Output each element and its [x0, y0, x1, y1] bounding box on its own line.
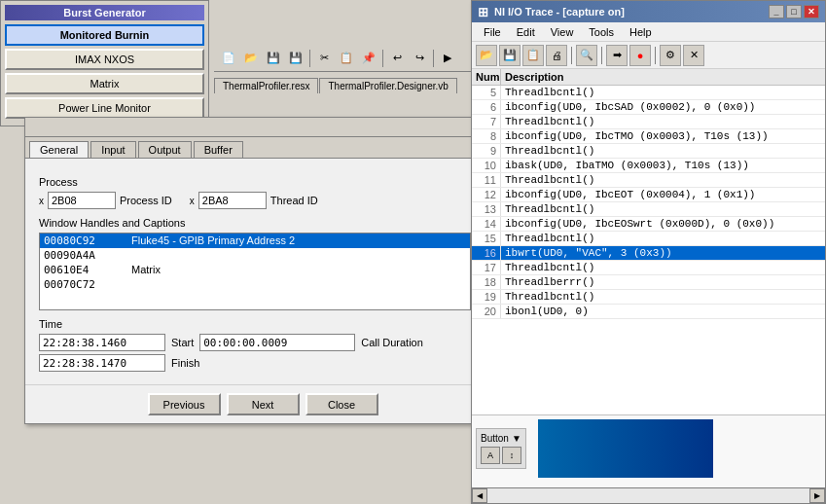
- ni-table-row-4[interactable]: 9Threadlbcntl(): [472, 144, 825, 159]
- scroll-left-arrow[interactable]: ◀: [472, 488, 487, 503]
- handle-caption-1: [131, 249, 466, 262]
- ni-table-row-14[interactable]: 19Threadlbcntl(): [472, 290, 825, 305]
- ni-table-row-9[interactable]: 14ibconfig(UD0, IbcEOSwrt (0x000D), 0 (0…: [472, 217, 825, 232]
- toolbar-save-all[interactable]: 💾: [285, 49, 306, 68]
- ni-table-body[interactable]: 5Threadlbcntl()6ibconfig(UD0, IbcSAD (0x…: [472, 86, 825, 414]
- toolbar-new[interactable]: 📄: [218, 49, 239, 68]
- ni-row-num-5: 10: [472, 159, 501, 172]
- ni-table-row-7[interactable]: 12ibconfig(UD0, IbcEOT (0x0004), 1 (0x1)…: [472, 188, 825, 202]
- time-section: Time Start Call Duration Finish: [39, 318, 486, 372]
- sidebar-btn-monitored-burnin[interactable]: Monitored Burnin: [5, 24, 204, 46]
- sidebar-btn-power-line-monitor[interactable]: Power Line Monitor: [5, 97, 204, 119]
- ni-row-desc-14: Threadlbcntl(): [501, 290, 825, 304]
- ni-minimize-button[interactable]: _: [769, 5, 784, 18]
- toolbar-undo[interactable]: ↩: [386, 49, 408, 68]
- ni-close-button[interactable]: ✕: [804, 5, 819, 18]
- file-tabs: ThermalProfiler.resx ThermalProfiler.Des…: [214, 74, 471, 93]
- ni-row-desc-3: ibconfig(UD0, IbcTMO (0x0003), T10s (13)…: [501, 129, 825, 143]
- mini-btn-2[interactable]: ↕: [502, 447, 521, 464]
- close-button[interactable]: Close: [305, 393, 378, 415]
- ni-row-num-8: 13: [472, 202, 501, 216]
- sidebar-btn-matrix[interactable]: Matrix: [5, 73, 204, 94]
- sidebar: Burst Generator Monitored Burnin IMAX NX…: [0, 0, 209, 126]
- toolbar-paste[interactable]: 📌: [358, 49, 379, 68]
- tab-input[interactable]: Input: [90, 141, 135, 158]
- ni-titlebar: ⊞ NI I/O Trace - [capture on] _ □ ✕: [472, 1, 825, 22]
- time-row-finish: Finish: [39, 354, 486, 372]
- menu-view[interactable]: View: [543, 24, 582, 40]
- scroll-right-arrow[interactable]: ▶: [809, 488, 825, 503]
- mini-btn-1[interactable]: A: [481, 447, 500, 464]
- ni-toolbar-forward[interactable]: ➡: [606, 45, 628, 66]
- call-duration-label: Call Duration: [361, 337, 423, 348]
- ni-table-row-2[interactable]: 7Threadlbcntl(): [472, 115, 825, 129]
- ni-row-desc-9: ibconfig(UD0, IbcEOSwrt (0x000D), 0 (0x0…: [501, 217, 825, 231]
- ni-table-row-11[interactable]: 16ibwrt(UD0, "VAC", 3 (0x3)): [472, 246, 825, 261]
- ni-row-num-13: 18: [472, 275, 501, 289]
- col-header-desc: Description: [501, 69, 825, 85]
- ni-titlebar-buttons: _ □ ✕: [769, 5, 819, 18]
- toolbar-cut[interactable]: ✂: [313, 49, 335, 68]
- handle-row-3[interactable]: 00070C72: [40, 277, 470, 292]
- ni-toolbar-save[interactable]: 💾: [499, 45, 521, 66]
- ni-table-row-10[interactable]: 15Threadlbcntl(): [472, 232, 825, 246]
- main-dialog: ✕ General Input Output Buffer ? Process …: [24, 117, 501, 424]
- ni-table-row-3[interactable]: 8ibconfig(UD0, IbcTMO (0x0003), T10s (13…: [472, 129, 825, 144]
- dialog-tab-bar: General Input Output Buffer ?: [25, 137, 500, 159]
- toolbar-redo[interactable]: ↪: [409, 49, 430, 68]
- ni-toolbar-close[interactable]: ✕: [683, 45, 704, 66]
- ni-table-row-13[interactable]: 18Threadlberrr(): [472, 275, 825, 290]
- menu-tools[interactable]: Tools: [581, 24, 622, 40]
- toolbar-run[interactable]: ▶: [437, 49, 458, 68]
- ni-table-row-6[interactable]: 11Threadlbcntl(): [472, 173, 825, 188]
- handle-addr-0: 00080C92: [44, 234, 131, 247]
- toolbar-open[interactable]: 📂: [240, 49, 262, 68]
- toolbar-save[interactable]: 💾: [263, 49, 284, 68]
- ni-table-row-12[interactable]: 17Threadlbcntl(): [472, 261, 825, 275]
- file-tab-1[interactable]: ThermalProfiler.Designer.vb: [319, 78, 456, 93]
- ni-toolbar-find[interactable]: 🔍: [576, 45, 597, 66]
- finish-time-input[interactable]: [39, 354, 165, 372]
- tab-output[interactable]: Output: [138, 141, 192, 158]
- button-panel-title: Button ▼: [481, 433, 521, 444]
- main-toolbar: 📄 📂 💾 💾 ✂ 📋 📌 ↩ ↪ ▶: [214, 45, 471, 72]
- ni-maximize-button[interactable]: □: [786, 5, 802, 18]
- tab-general[interactable]: General: [29, 141, 89, 158]
- ni-toolbar-save2[interactable]: 📋: [522, 45, 544, 66]
- ni-toolbar-record[interactable]: ●: [629, 45, 651, 66]
- handle-caption-2: Matrix: [131, 264, 466, 276]
- tab-buffer[interactable]: Buffer: [194, 141, 243, 158]
- previous-button[interactable]: Previous: [148, 393, 221, 415]
- ni-toolbar-print[interactable]: 🖨: [546, 45, 567, 66]
- call-duration-input[interactable]: [199, 334, 355, 351]
- file-tab-0[interactable]: ThermalProfiler.resx: [214, 78, 318, 93]
- handle-row-2[interactable]: 00610E4 Matrix: [40, 263, 470, 277]
- ni-table-row-15[interactable]: 20ibonl(UD0, 0): [472, 305, 825, 319]
- button-panel-chevron[interactable]: ▼: [512, 433, 521, 444]
- ni-table-row-8[interactable]: 13Threadlbcntl(): [472, 202, 825, 217]
- handle-caption-3: [131, 278, 466, 291]
- handle-row-0[interactable]: 00080C92 Fluke45 - GPIB Primary Address …: [40, 234, 470, 248]
- ni-toolbar-settings[interactable]: ⚙: [660, 45, 681, 66]
- menu-file[interactable]: File: [476, 24, 509, 40]
- thread-id-input[interactable]: [198, 192, 267, 209]
- toolbar-copy[interactable]: 📋: [336, 49, 357, 68]
- menu-edit[interactable]: Edit: [509, 24, 543, 40]
- ni-row-desc-12: Threadlbcntl(): [501, 261, 825, 274]
- window-handles-label: Window Handles and Captions: [39, 217, 486, 229]
- start-time-input[interactable]: [39, 334, 165, 351]
- ni-table-row-5[interactable]: 10ibask(UD0, IbaTMO (0x0003), T10s (13)): [472, 159, 825, 173]
- ni-table-row-0[interactable]: 5Threadlbcntl(): [472, 86, 825, 100]
- ni-table-row-1[interactable]: 6ibconfig(UD0, IbcSAD (0x0002), 0 (0x0)): [472, 100, 825, 115]
- handle-addr-3: 00070C72: [44, 278, 131, 291]
- next-button[interactable]: Next: [227, 393, 300, 415]
- handle-row-1[interactable]: 00090A4A: [40, 248, 470, 263]
- ni-row-num-12: 17: [472, 261, 501, 274]
- menu-help[interactable]: Help: [622, 24, 660, 40]
- ni-trace-window: ⊞ NI I/O Trace - [capture on] _ □ ✕ File…: [471, 0, 826, 504]
- ni-toolbar: 📂 💾 📋 🖨 🔍 ➡ ● ⚙ ✕: [472, 42, 825, 69]
- sidebar-btn-imax-nxos[interactable]: IMAX NXOS: [5, 49, 204, 70]
- process-id-input[interactable]: [48, 192, 116, 209]
- ni-toolbar-open[interactable]: 📂: [476, 45, 497, 66]
- ni-horizontal-scrollbar[interactable]: ◀ ▶: [472, 487, 825, 503]
